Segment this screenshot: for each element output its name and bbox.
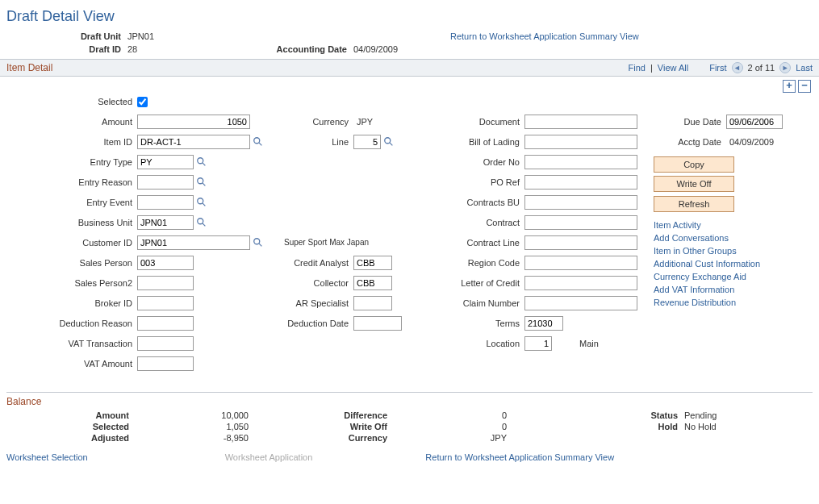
bill-of-lading-input[interactable] xyxy=(524,135,637,149)
bal-writeoff-value: 0 xyxy=(394,422,507,431)
worksheet-application-text: Worksheet Application xyxy=(225,452,313,462)
region-code-input[interactable] xyxy=(524,256,637,270)
acctg-date-label: Accounting Date xyxy=(257,44,353,54)
entry-reason-input[interactable] xyxy=(137,175,194,190)
currency-exchange-link[interactable]: Currency Exchange Aid xyxy=(654,272,809,281)
bal-currency-value: JPY xyxy=(394,433,507,443)
contract-line-input[interactable] xyxy=(524,235,637,250)
svg-line-13 xyxy=(390,143,393,146)
last-link[interactable]: Last xyxy=(796,63,813,73)
lookup-icon[interactable] xyxy=(383,136,395,148)
worksheet-selection-link[interactable]: Worksheet Selection xyxy=(6,452,88,462)
svg-point-10 xyxy=(254,239,260,244)
po-ref-input[interactable] xyxy=(524,175,637,190)
sales-person-input[interactable] xyxy=(137,256,194,270)
item-other-groups-link[interactable]: Item in Other Groups xyxy=(654,246,809,256)
refresh-button[interactable]: Refresh xyxy=(654,196,734,212)
addl-cust-info-link[interactable]: Additional Cust Information xyxy=(654,259,809,269)
add-conversations-link[interactable]: Add Conversations xyxy=(654,233,809,243)
nav-position: 2 of 11 xyxy=(748,63,775,73)
broker-id-label: Broker ID xyxy=(6,298,137,308)
contract-label: Contract xyxy=(418,218,524,227)
svg-line-1 xyxy=(259,143,262,146)
sales-person2-label: Sales Person2 xyxy=(6,278,137,288)
entry-type-input[interactable] xyxy=(137,155,194,169)
view-all-link[interactable]: View All xyxy=(658,63,688,73)
amount-input[interactable] xyxy=(137,115,250,129)
item-id-input[interactable] xyxy=(137,135,250,149)
vat-transaction-input[interactable] xyxy=(137,336,194,351)
region-code-label: Region Code xyxy=(418,258,524,268)
lookup-icon[interactable] xyxy=(253,237,264,248)
bal-currency-label: Currency xyxy=(281,433,394,443)
acctg-date2-label: Acctg Date xyxy=(652,137,726,147)
ar-specialist-input[interactable] xyxy=(353,296,392,310)
entry-event-input[interactable] xyxy=(137,195,194,210)
add-row-icon[interactable]: + xyxy=(783,80,796,93)
draft-unit-value: JPN01 xyxy=(127,31,154,41)
letter-of-credit-input[interactable] xyxy=(524,276,637,290)
lookup-icon[interactable] xyxy=(253,136,264,148)
deduction-date-input[interactable] xyxy=(353,316,402,331)
customer-id-label: Customer ID xyxy=(6,238,137,248)
due-date-input[interactable] xyxy=(726,115,783,129)
deduction-date-label: Deduction Date xyxy=(281,319,353,328)
prev-icon[interactable]: ◄ xyxy=(732,62,743,73)
remove-row-icon[interactable]: − xyxy=(798,80,811,93)
line-input[interactable] xyxy=(353,135,381,149)
next-icon[interactable]: ► xyxy=(779,62,791,73)
item-detail-bar: Item Detail Find | View All First ◄ 2 of… xyxy=(0,59,819,77)
first-link[interactable]: First xyxy=(709,63,726,73)
terms-input[interactable] xyxy=(524,316,563,331)
bal-difference-label: Difference xyxy=(281,410,394,420)
entry-reason-label: Entry Reason xyxy=(6,177,137,187)
selected-checkbox[interactable] xyxy=(137,97,148,107)
copy-button[interactable]: Copy xyxy=(654,156,734,173)
contracts-bu-input[interactable] xyxy=(524,195,637,210)
entry-event-label: Entry Event xyxy=(6,198,137,207)
sales-person-label: Sales Person xyxy=(6,258,137,268)
claim-number-input[interactable] xyxy=(524,296,637,310)
return-link-bottom[interactable]: Return to Worksheet Application Summary … xyxy=(425,452,614,462)
balance-title: Balance xyxy=(6,392,813,410)
svg-point-0 xyxy=(254,138,260,144)
po-ref-label: PO Ref xyxy=(418,177,524,187)
vat-amount-input[interactable] xyxy=(137,356,194,371)
due-date-label: Due Date xyxy=(652,117,726,127)
draft-id-label: Draft ID xyxy=(6,44,127,54)
bal-selected-value: 1,050 xyxy=(136,422,249,431)
lookup-icon[interactable] xyxy=(196,217,207,228)
bal-status-value: Pending xyxy=(684,410,717,420)
return-link-top[interactable]: Return to Worksheet Application Summary … xyxy=(450,31,639,41)
location-input[interactable] xyxy=(524,336,552,351)
customer-id-input[interactable] xyxy=(137,235,250,250)
sales-person2-input[interactable] xyxy=(137,276,194,290)
collector-input[interactable] xyxy=(353,276,392,290)
bal-selected-label: Selected xyxy=(6,422,136,431)
document-input[interactable] xyxy=(524,115,637,129)
currency-label: Currency xyxy=(281,117,353,127)
business-unit-input[interactable] xyxy=(137,215,194,230)
find-link[interactable]: Find xyxy=(629,63,646,73)
lookup-icon[interactable] xyxy=(196,197,207,208)
svg-line-3 xyxy=(203,163,206,166)
bal-hold-label: Hold xyxy=(539,422,684,431)
credit-analyst-input[interactable] xyxy=(353,256,392,270)
lookup-icon[interactable] xyxy=(196,177,207,188)
document-label: Document xyxy=(418,117,524,127)
deduction-reason-input[interactable] xyxy=(137,316,194,331)
broker-id-input[interactable] xyxy=(137,296,194,310)
svg-line-9 xyxy=(203,223,206,227)
credit-analyst-label: Credit Analyst xyxy=(281,258,353,268)
lookup-icon[interactable] xyxy=(196,156,207,168)
revenue-dist-link[interactable]: Revenue Distribution xyxy=(654,298,809,307)
add-vat-info-link[interactable]: Add VAT Information xyxy=(654,285,809,294)
item-activity-link[interactable]: Item Activity xyxy=(654,220,809,230)
order-no-input[interactable] xyxy=(524,155,637,169)
item-id-label: Item ID xyxy=(6,137,137,147)
contracts-bu-label: Contracts BU xyxy=(418,198,524,207)
location-label: Location xyxy=(418,339,524,348)
write-off-button[interactable]: Write Off xyxy=(654,176,734,192)
business-unit-label: Business Unit xyxy=(6,218,137,227)
contract-input[interactable] xyxy=(524,215,637,230)
